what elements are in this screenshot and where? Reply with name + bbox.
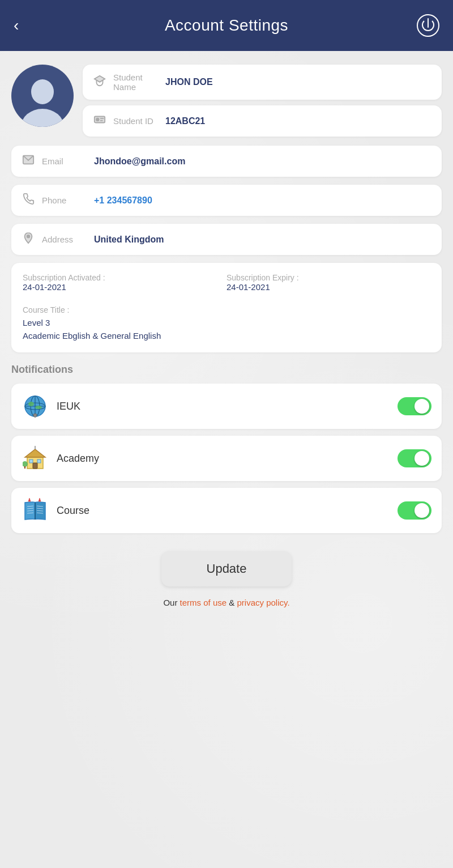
book-icon (22, 497, 49, 524)
svg-rect-17 (35, 414, 36, 418)
academy-label: Academy (57, 453, 390, 465)
notifications-title: Notifications (11, 364, 442, 376)
subscription-card: Subscription Activated : 24-01-2021 Subs… (11, 263, 442, 352)
svg-marker-2 (95, 75, 105, 82)
academy-icon (22, 445, 49, 472)
course-toggle[interactable] (398, 501, 431, 520)
power-line (428, 20, 429, 28)
course-title: Level 3Academic Ebglish & General Englis… (23, 317, 430, 342)
academy-toggle[interactable] (398, 449, 431, 467)
location-icon (22, 232, 35, 247)
globe-icon (22, 393, 49, 420)
avatar-image (20, 76, 65, 127)
power-button[interactable] (417, 14, 439, 37)
student-name-label: Student Name (113, 73, 159, 92)
terms-link[interactable]: terms of use (180, 598, 227, 607)
activated-date: 24-01-2021 (23, 282, 226, 292)
expiry-label: Subscription Expiry : (226, 273, 430, 282)
ieuk-toggle[interactable] (398, 397, 431, 415)
email-value: Jhondoe@gmail.com (94, 156, 431, 167)
avatar (11, 65, 74, 127)
footer-our: Our (163, 598, 180, 607)
student-id-card: Student ID 12ABC21 (83, 105, 442, 137)
profile-section: Student Name JHON DOE Student ID 12ABC21 (11, 65, 442, 137)
notification-ieuk: IEUK (11, 384, 442, 429)
id-icon (93, 113, 106, 129)
svg-rect-25 (24, 466, 25, 469)
email-icon (22, 154, 35, 169)
student-id-value: 12ABC21 (165, 116, 431, 126)
subscription-expiry: Subscription Expiry : 24-01-2021 (226, 273, 430, 299)
svg-point-0 (31, 79, 54, 104)
phone-value: +1 234567890 (94, 195, 431, 206)
svg-marker-35 (28, 498, 31, 501)
email-label: Email (42, 156, 87, 166)
update-section: Update Our terms of use & privacy policy… (11, 551, 442, 607)
privacy-link[interactable]: privacy policy. (237, 598, 289, 607)
phone-card: Phone +1 234567890 (11, 185, 442, 216)
main-content: Student Name JHON DOE Student ID 12ABC21 (0, 51, 453, 868)
notification-course: Course (11, 488, 442, 533)
address-value: United Kingdom (94, 235, 431, 245)
svg-point-4 (96, 118, 99, 121)
back-button[interactable]: ‹ (14, 16, 36, 35)
email-card: Email Jhondoe@gmail.com (11, 146, 442, 177)
phone-icon (22, 193, 35, 208)
subscription-activated: Subscription Activated : 24-01-2021 (23, 273, 226, 299)
course-label: Course Title : (23, 305, 430, 314)
graduation-icon (93, 75, 106, 90)
svg-point-14 (28, 402, 34, 406)
svg-point-1 (21, 109, 64, 127)
svg-point-15 (35, 406, 42, 409)
footer-ampersand: & (226, 598, 237, 607)
svg-rect-22 (37, 459, 41, 463)
address-card: Address United Kingdom (11, 224, 442, 255)
page-title: Account Settings (165, 16, 288, 35)
student-name-value: JHON DOE (165, 77, 431, 87)
svg-marker-19 (25, 449, 45, 457)
app-header: ‹ Account Settings (0, 0, 453, 51)
address-label: Address (42, 235, 87, 244)
expiry-date: 24-01-2021 (226, 282, 430, 292)
svg-rect-23 (33, 463, 37, 469)
svg-marker-36 (39, 498, 41, 501)
student-id-label: Student ID (113, 116, 159, 126)
ieuk-label: IEUK (57, 401, 390, 412)
activated-label: Subscription Activated : (23, 273, 226, 282)
profile-fields: Student Name JHON DOE Student ID 12ABC21 (83, 65, 442, 137)
notification-academy: Academy (11, 436, 442, 481)
svg-rect-21 (29, 459, 33, 463)
footer-text: Our terms of use & privacy policy. (163, 598, 289, 607)
subscription-dates: Subscription Activated : 24-01-2021 Subs… (23, 273, 430, 299)
phone-label: Phone (42, 195, 87, 205)
update-button[interactable]: Update (161, 551, 292, 586)
course-label-text: Course (57, 505, 390, 517)
svg-point-8 (27, 235, 30, 238)
student-name-card: Student Name JHON DOE (83, 65, 442, 100)
